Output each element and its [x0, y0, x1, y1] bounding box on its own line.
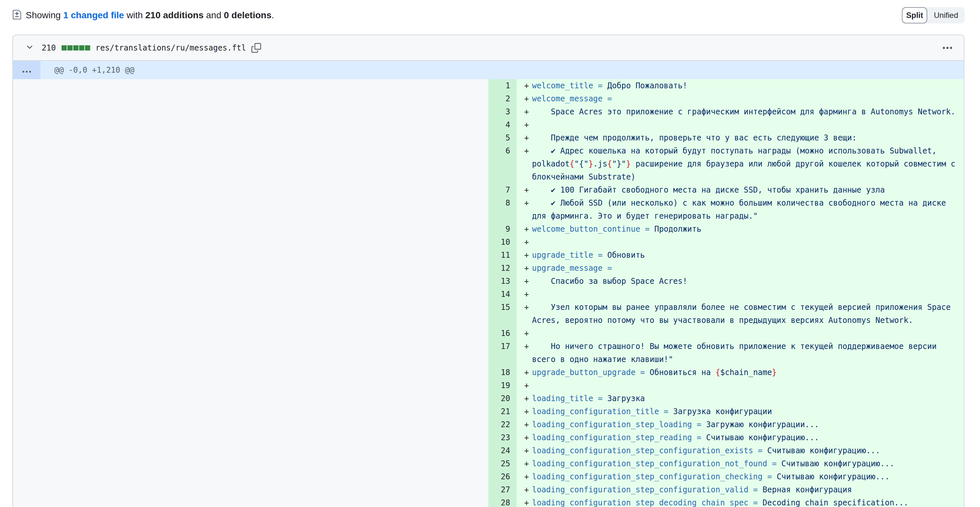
diff-row: 8+ ✔ Любой SSD (или несколько) с как мож…: [13, 196, 964, 223]
code-line: +loading_configuration_step_configuratio…: [517, 483, 964, 496]
code-content: ✔ Адрес кошелька на который будут поступ…: [532, 146, 960, 182]
diff-left-empty-cell: [13, 379, 488, 392]
line-number[interactable]: 12: [488, 261, 517, 275]
diff-row: 6+ ✔ Адрес кошелька на который будут пос…: [13, 144, 964, 183]
code-line: +loading_configuration_title = Загрузка …: [517, 405, 964, 418]
diff-left-empty-cell: [13, 79, 488, 92]
line-number[interactable]: 18: [488, 366, 517, 379]
addition-sign: +: [524, 275, 529, 288]
line-number[interactable]: 4: [488, 118, 517, 131]
code-content: upgrade_message =: [532, 264, 612, 273]
line-number[interactable]: 5: [488, 131, 517, 144]
line-number[interactable]: 25: [488, 457, 517, 470]
diff-right-cell: 19+: [488, 379, 964, 392]
line-number[interactable]: 2: [488, 92, 517, 105]
diff-right-cell: 15+ Узел которым вы ранее управляли боле…: [488, 301, 964, 327]
addition-sign: +: [524, 236, 529, 249]
line-number[interactable]: 22: [488, 418, 517, 431]
line-number[interactable]: 17: [488, 340, 517, 366]
line-number[interactable]: 13: [488, 275, 517, 288]
code-content: upgrade_title = Обновить: [532, 250, 645, 260]
diff-row: 23+loading_configuration_step_reading = …: [13, 431, 964, 444]
line-number[interactable]: 28: [488, 496, 517, 507]
diff-row: 26+loading_configuration_step_configurat…: [13, 470, 964, 483]
code-line: +upgrade_button_upgrade = Обновиться на …: [517, 366, 964, 379]
code-line: + Узел которым вы ранее управляли более …: [517, 301, 964, 327]
code-line: + Но ничего страшного! Вы можете обновит…: [517, 340, 964, 366]
code-content: loading_configuration_title = Загрузка к…: [532, 407, 772, 416]
line-number[interactable]: 23: [488, 431, 517, 444]
chevron-down-icon[interactable]: [25, 43, 34, 53]
diff-row: 14+: [13, 288, 964, 301]
line-number[interactable]: 26: [488, 470, 517, 483]
diff-row: 18+upgrade_button_upgrade = Обновиться н…: [13, 366, 964, 379]
line-number[interactable]: 9: [488, 223, 517, 236]
addition-sign: +: [524, 249, 529, 261]
code-line: + Space Acres это приложение с графическ…: [517, 105, 964, 118]
code-line: +: [517, 118, 964, 131]
code-content: Прежде чем продолжить, проверьте что у в…: [532, 133, 857, 142]
file-diff-icon: [12, 10, 22, 21]
line-number[interactable]: 14: [488, 288, 517, 301]
code-content: Спасибо за выбор Space Acres!: [532, 277, 687, 286]
code-line: +: [517, 327, 964, 340]
code-line: +loading_configuration_step_configuratio…: [517, 444, 964, 457]
file-header: 210 res/translations/ru/messages.ftl: [13, 35, 964, 61]
diff-left-empty-cell: [13, 457, 488, 470]
code-content: Но ничего страшного! Вы можете обновить …: [532, 342, 941, 364]
line-number[interactable]: 3: [488, 105, 517, 118]
addition-sign: +: [524, 405, 529, 418]
code-line: +: [517, 288, 964, 301]
unified-view-button[interactable]: Unified: [927, 7, 965, 24]
diff-row: 28+loading_configuration_step_decoding_c…: [13, 496, 964, 507]
line-number[interactable]: 24: [488, 444, 517, 457]
diff-left-empty-cell: [13, 405, 488, 418]
diff-left-empty-cell: [13, 496, 488, 507]
line-number[interactable]: 1: [488, 79, 517, 92]
diff-row: 9+welcome_button_continue = Продолжить: [13, 223, 964, 236]
diff-right-cell: 28+loading_configuration_step_decoding_c…: [488, 496, 964, 507]
code-line: +loading_configuration_step_configuratio…: [517, 470, 964, 483]
split-view-button[interactable]: Split: [902, 7, 927, 24]
expand-hunk-button[interactable]: [13, 61, 40, 79]
file-diff-card: 210 res/translations/ru/messages.ftl @@ …: [13, 35, 964, 507]
copy-path-icon[interactable]: [251, 43, 261, 53]
diff-left-empty-cell: [13, 261, 488, 275]
line-number[interactable]: 21: [488, 405, 517, 418]
addition-sign: +: [524, 183, 529, 196]
diffstat-square: [67, 45, 73, 51]
line-number[interactable]: 19: [488, 379, 517, 392]
line-number[interactable]: 27: [488, 483, 517, 496]
code-content: loading_configuration_step_loading = Заг…: [532, 420, 819, 429]
diff-right-cell: 25+loading_configuration_step_configurat…: [488, 457, 964, 470]
diff-summary-text: Showing 1 changed file with 210 addition…: [26, 7, 274, 24]
code-content: welcome_message =: [532, 94, 612, 103]
line-number[interactable]: 10: [488, 236, 517, 249]
code-line: +loading_configuration_step_loading = За…: [517, 418, 964, 431]
line-number[interactable]: 11: [488, 249, 517, 261]
diff-right-cell: 27+loading_configuration_step_configurat…: [488, 483, 964, 496]
diff-right-cell: 14+: [488, 288, 964, 301]
diff-left-empty-cell: [13, 118, 488, 131]
line-number[interactable]: 20: [488, 392, 517, 405]
diff-right-cell: 2+welcome_message =: [488, 92, 964, 105]
code-content: Space Acres это приложение с графическим…: [532, 107, 955, 116]
line-number[interactable]: 15: [488, 301, 517, 327]
line-number[interactable]: 8: [488, 196, 517, 223]
diff-summary-bar: Showing 1 changed file with 210 addition…: [12, 7, 965, 24]
line-number[interactable]: 7: [488, 183, 517, 196]
addition-sign: +: [524, 340, 529, 353]
code-content: ✔ Любой SSD (или несколько) с как можно …: [532, 198, 951, 221]
code-content: loading_configuration_step_configuration…: [532, 485, 852, 494]
line-number[interactable]: 16: [488, 327, 517, 340]
kebab-menu-icon[interactable]: [942, 43, 953, 53]
diff-view-toggle: Split Unified: [902, 7, 965, 24]
changed-files-link[interactable]: 1 changed file: [63, 10, 124, 20]
diff-left-empty-cell: [13, 105, 488, 118]
line-number[interactable]: 6: [488, 144, 517, 183]
diffstat-blocks: [62, 45, 90, 51]
code-line: + ✔ Любой SSD (или несколько) с как можн…: [517, 196, 964, 223]
code-line: +welcome_title = Добро Пожаловать!: [517, 79, 964, 92]
addition-sign: +: [524, 392, 529, 405]
code-line: +welcome_button_continue = Продолжить: [517, 223, 964, 236]
